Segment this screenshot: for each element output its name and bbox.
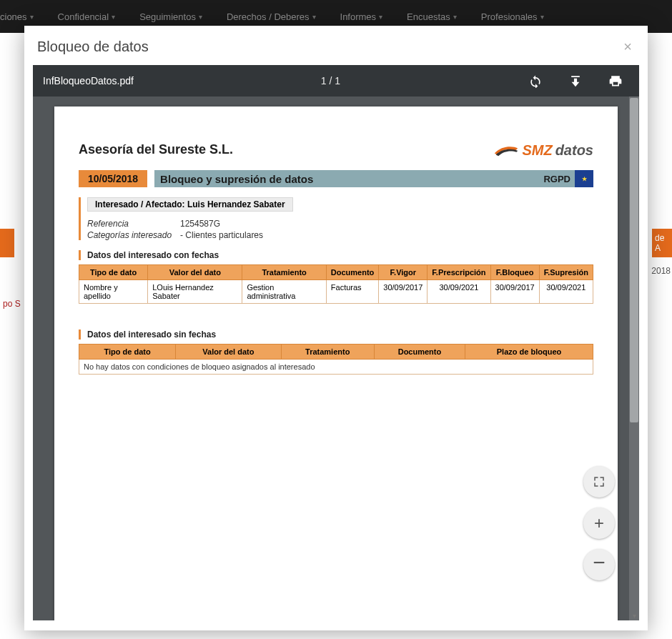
chevron-down-icon: ▾ [453,13,457,21]
title-band: 10/05/2018 Bloqueo y supresión de datos … [79,170,593,187]
cell-valor: LOuis Hernandez Sabater [148,280,242,304]
chevron-down-icon[interactable]: ▾ [631,612,638,619]
col2-tipo: Tipo de dato [79,345,176,360]
chevron-down-icon: ▾ [540,13,544,21]
table-with-dates: Tipo de dato Valor del dato Tratamiento … [79,264,593,304]
background-right-orange: de A [652,229,672,257]
zoom-in-button[interactable]: + [583,507,615,539]
reference-label: Referencia [87,219,180,229]
table-row: Nombre y apellido LOuis Hernandez Sabate… [79,280,593,304]
logo-text-datos: datos [555,142,593,159]
col-valor: Valor del dato [148,265,242,280]
logo-text-smz: SMZ [522,142,552,159]
col2-plazo: Plazo de bloqueo [465,345,593,360]
nav-item[interactable]: Profesionales ▾ [481,11,544,22]
table-empty-row: No hay datos con condiciones de bloqueo … [79,360,593,375]
chevron-down-icon: ▾ [199,13,202,21]
close-icon[interactable]: × [623,39,632,55]
col-fbloqueo: F.Bloqueo [490,265,539,280]
section2-title: Datos del interesado sin fechas [79,330,593,340]
page-indicator: 1 / 1 [321,75,340,86]
subject-info: Interesado / Afectado: Luis Hernandez Sa… [79,197,593,240]
col-tratamiento: Tratamiento [242,265,326,280]
viewer-toolbar: InfBloqueoDatos.pdf 1 / 1 [33,65,639,96]
brand-logo: SMZdatos [493,142,593,159]
nav-item[interactable]: Informes ▾ [340,11,383,22]
chevron-down-icon: ▾ [112,13,115,21]
cell-fbloqueo: 30/09/2017 [490,280,539,304]
col2-documento: Documento [374,345,465,360]
reference-value: 1254587G [180,219,220,229]
empty-message: No hay datos con condiciones de bloqueo … [79,360,593,375]
chevron-down-icon: ▾ [379,13,382,21]
pdf-page: Asesoría del Sureste S.L. SMZdatos 10/05… [54,106,618,620]
scrollbar-thumb[interactable] [630,98,638,422]
report-date: 10/05/2018 [79,170,147,187]
chevron-down-icon: ▾ [312,13,316,21]
categories-label: Categorías interesado [87,230,180,240]
table-without-dates: Tipo de dato Valor del dato Tratamiento … [79,344,593,375]
modal-dialog: Bloqueo de datos × InfBloqueoDatos.pdf 1… [24,26,648,630]
rotate-icon[interactable] [528,73,543,89]
col-documento: Documento [326,265,379,280]
background-left-text: po S [3,299,21,309]
eu-flag-icon: ★ [575,170,593,187]
nav-item[interactable]: Derechos / Deberes ▾ [227,11,316,22]
viewer-wrap: InfBloqueoDatos.pdf 1 / 1 [24,65,648,630]
report-title: Bloqueo y supresión de datos RGPD ★ [154,170,593,187]
col-fprescripcion: F.Prescripción [428,265,490,280]
col-fsupresion: F.Supresión [539,265,593,280]
subject-chip: Interesado / Afectado: Luis Hernandez Sa… [87,197,293,212]
nav-item[interactable]: Encuestas ▾ [407,11,457,22]
nav-item[interactable]: ciones ▾ [0,11,34,22]
scrollbar-track[interactable] [629,96,639,620]
print-icon[interactable] [608,73,623,89]
cell-fprescripcion: 30/09/2021 [428,280,490,304]
swoosh-icon [493,144,519,158]
nav-item[interactable]: Seguimientos ▾ [139,11,202,22]
col-fvigor: F.Vigor [379,265,428,280]
chevron-down-icon: ▾ [30,13,34,21]
pdf-filename: InfBloqueoDatos.pdf [43,75,134,86]
zoom-out-button[interactable]: − [583,549,615,580]
col2-tratamiento: Tratamiento [281,345,374,360]
nav-item[interactable]: Confidencial ▾ [58,11,116,22]
fit-to-width-button[interactable] [583,466,615,497]
rgpd-label: RGPD [543,174,570,184]
section1-title: Datos del interesado con fechas [79,250,593,260]
cell-documento: Facturas [326,280,379,304]
report-title-text: Bloqueo y supresión de datos [160,173,313,185]
pdf-viewer: InfBloqueoDatos.pdf 1 / 1 [33,65,639,620]
background-stripe [0,229,14,257]
cell-tipo: Nombre y apellido [79,280,148,304]
cell-fsupresion: 30/09/2021 [539,280,593,304]
viewer-body[interactable]: Asesoría del Sureste S.L. SMZdatos 10/05… [33,96,639,620]
col2-valor: Valor del dato [176,345,281,360]
cell-fvigor: 30/09/2017 [379,280,428,304]
modal-header: Bloqueo de datos × [24,26,648,65]
categories-value: - Clientes particulares [180,230,263,240]
download-icon[interactable] [568,73,583,89]
col-tipo: Tipo de dato [79,265,148,280]
modal-title: Bloqueo de datos [37,39,149,55]
cell-tratamiento: Gestion administrativa [242,280,326,304]
background-right-year: 2018 [651,266,672,276]
